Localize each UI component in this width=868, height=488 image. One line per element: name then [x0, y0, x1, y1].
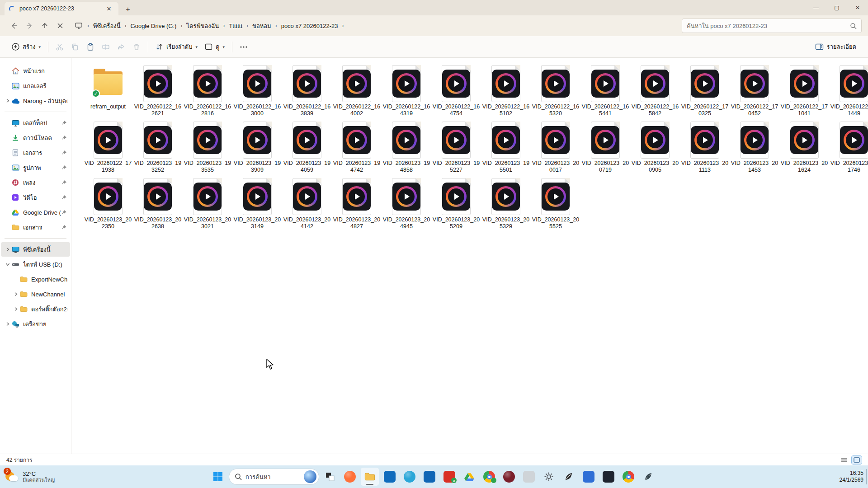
chevron-right-icon[interactable] [13, 292, 19, 296]
up-button[interactable] [37, 19, 52, 33]
tab-close-icon[interactable]: ✕ [104, 4, 114, 14]
sidebar-item[interactable]: เอกสาร [1, 220, 70, 235]
sidebar-item[interactable]: เดสก์ท็อป [1, 116, 70, 130]
folder-tile[interactable]: ✓refram_output [83, 65, 133, 117]
video-file-tile[interactable]: VID_20260122_165441 [580, 65, 630, 117]
video-file-tile[interactable]: VID_20260123_194742 [332, 122, 382, 174]
video-file-tile[interactable]: VID_20260123_202350 [83, 178, 133, 230]
gray-app-taskbar-button[interactable] [520, 468, 538, 486]
taskbar-search-input[interactable]: การค้นหา [229, 469, 319, 485]
new-button[interactable]: สร้าง ▾ [8, 39, 44, 54]
copy-button[interactable] [67, 40, 83, 54]
breadcrumb-segment[interactable]: พีซีเครื่องนี้ [90, 19, 124, 33]
firefox-taskbar-button[interactable] [341, 468, 359, 486]
task-view-button[interactable] [321, 468, 339, 486]
video-file-tile[interactable]: VID_20260123_202638 [133, 178, 183, 230]
video-file-tile[interactable]: VID_20260122_162621 [133, 65, 183, 117]
explorer-tab[interactable]: poco x7 20260122-23 ✕ [5, 2, 118, 15]
video-file-tile[interactable]: VID_20260123_204945 [382, 178, 431, 230]
file-grid-area[interactable]: ✓refram_outputVID_20260122_162621VID_202… [71, 58, 868, 454]
sort-button[interactable]: เรียงลำดับ ▾ [152, 39, 201, 54]
sidebar-item[interactable]: ดอร์สติ๊กต๊อก2026 [1, 302, 70, 316]
video-file-tile[interactable]: VID_20260123_193535 [183, 122, 232, 174]
weather-widget[interactable]: 2 32°C มีแดดส่วนใหญ่ [0, 465, 60, 488]
video-file-tile[interactable]: VID_20260123_204827 [332, 178, 382, 230]
video-file-tile[interactable]: VID_20260123_205525 [531, 178, 580, 230]
video-file-tile[interactable]: VID_20260123_201624 [779, 122, 829, 174]
new-tab-button[interactable]: + [121, 4, 135, 15]
delete-button[interactable] [129, 40, 144, 54]
sidebar-item[interactable]: ExportNewChanel [1, 272, 70, 286]
sidebar-item[interactable]: รูปภาพ [1, 160, 70, 175]
video-file-tile[interactable]: VID_20260123_195501 [481, 122, 531, 174]
share-button[interactable] [113, 40, 129, 54]
video-file-tile[interactable]: VID_20260122_165842 [630, 65, 680, 117]
video-file-tile[interactable]: VID_20260122_171041 [779, 65, 829, 117]
video-file-tile[interactable]: VID_20260123_193909 [232, 122, 282, 174]
sidebar-item[interactable]: ดาวน์โหลด [1, 131, 70, 145]
taskbar-clock[interactable]: 16:35 24/1/2569 [840, 465, 863, 488]
video-file-tile[interactable]: VID_20260122_165320 [531, 65, 580, 117]
video-file-tile[interactable]: VID_20260123_193252 [133, 122, 183, 174]
view-button[interactable]: ดู ▾ [201, 39, 228, 54]
blue-app-taskbar-button[interactable] [580, 468, 598, 486]
start-button[interactable] [209, 468, 227, 486]
chevron-right-icon[interactable] [5, 322, 11, 326]
paste-button[interactable] [83, 40, 98, 54]
chevron-right-icon[interactable] [13, 307, 19, 311]
sidebar-item[interactable]: พีซีเครื่องนี้ [1, 242, 70, 257]
breadcrumb-segment[interactable]: ไดรฟ์ของฉัน [183, 19, 222, 33]
sidebar-item[interactable]: Narong - ส่วนบุคคล [1, 94, 70, 108]
sidebar-item[interactable]: เครือข่าย [1, 317, 70, 331]
dark-app-taskbar-button[interactable] [599, 468, 618, 486]
video-file-tile[interactable]: VID_20260123_200905 [630, 122, 680, 174]
chrome-taskbar-button[interactable] [480, 468, 498, 486]
video-file-tile[interactable]: VID_20260122_163839 [282, 65, 332, 117]
chevron-down-icon[interactable] [5, 262, 11, 267]
colorful-app-taskbar-button[interactable] [619, 468, 637, 486]
chevron-right-icon[interactable] [5, 99, 11, 103]
video-file-tile[interactable]: VID_20260122_171449 [829, 65, 868, 117]
large-icons-view-toggle-icon[interactable] [852, 456, 862, 464]
breadcrumb-segment[interactable]: Ttttttt [226, 20, 245, 32]
breadcrumb-segment[interactable]: Google Drive (G:) [127, 20, 180, 32]
edge-taskbar-button[interactable] [401, 468, 419, 486]
video-file-tile[interactable]: VID_20260122_164754 [431, 65, 481, 117]
stop-refresh-button[interactable] [52, 19, 68, 33]
video-file-tile[interactable]: VID_20260122_165102 [481, 65, 531, 117]
video-file-tile[interactable]: VID_20260123_194858 [382, 122, 431, 174]
video-file-tile[interactable]: VID_20260122_164002 [332, 65, 382, 117]
maximize-button[interactable]: ▢ [826, 0, 847, 15]
settings-gear-taskbar-button[interactable] [540, 468, 558, 486]
video-file-tile[interactable]: VID_20260123_203149 [232, 178, 282, 230]
see-more-button[interactable] [236, 43, 251, 51]
video-file-tile[interactable]: VID_20260123_195227 [431, 122, 481, 174]
video-file-tile[interactable]: VID_20260122_170325 [680, 65, 730, 117]
sidebar-item[interactable]: แกลเลอรี [1, 79, 70, 93]
video-file-tile[interactable]: VID_20260122_162816 [183, 65, 232, 117]
explorer-search-input[interactable]: ค้นหาใน poco x7 20260122-23 [682, 19, 862, 33]
sidebar-item[interactable]: NewChannel [1, 287, 70, 301]
details-pane-button[interactable]: รายละเอียด [811, 39, 860, 54]
video-file-tile[interactable]: VID_20260123_205209 [431, 178, 481, 230]
outlook-taskbar-button[interactable] [420, 468, 439, 486]
video-file-tile[interactable]: VID_20260123_201453 [730, 122, 779, 174]
sidebar-item[interactable]: หน้าแรก [1, 64, 70, 78]
feather-taskbar-button[interactable] [639, 468, 657, 486]
quill-taskbar-button[interactable] [560, 468, 578, 486]
list-view-toggle-icon[interactable] [839, 456, 849, 464]
video-file-tile[interactable]: VID_20260122_163000 [232, 65, 282, 117]
video-file-tile[interactable]: VID_20260122_170452 [730, 65, 779, 117]
chevron-right-icon[interactable] [5, 247, 11, 252]
sidebar-item[interactable]: Google Drive (G:) [1, 205, 70, 220]
video-file-tile[interactable]: VID_20260123_204142 [282, 178, 332, 230]
microsoft-store-taskbar-button[interactable] [381, 468, 399, 486]
cut-button[interactable] [52, 40, 67, 54]
video-file-tile[interactable]: VID_20260122_164319 [382, 65, 431, 117]
show-desktop-button[interactable] [866, 469, 868, 484]
video-file-tile[interactable]: VID_20260123_205329 [481, 178, 531, 230]
video-file-tile[interactable]: VID_20260122_171938 [83, 122, 133, 174]
sidebar-item[interactable]: เพลง [1, 175, 70, 190]
video-file-tile[interactable]: VID_20260123_200719 [580, 122, 630, 174]
breadcrumb-segment[interactable]: poco x7 20260122-23 [278, 20, 341, 32]
